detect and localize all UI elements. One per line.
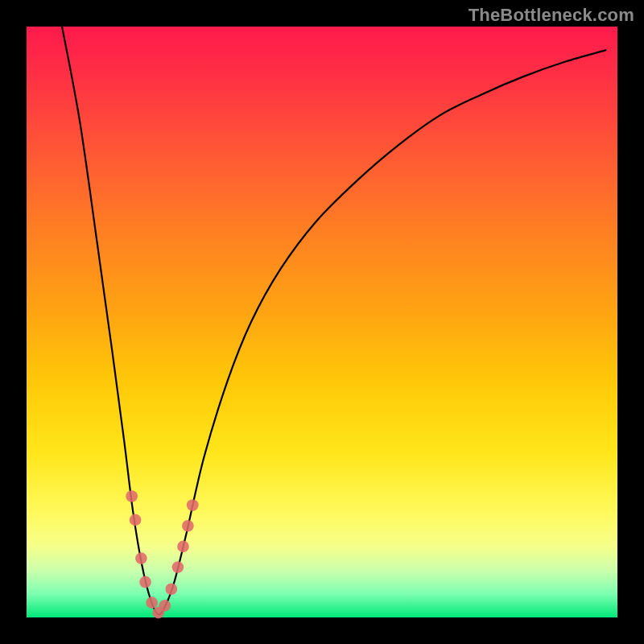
highlight-dot [130,514,142,526]
highlight-dot [165,583,177,595]
bottleneck-curve [62,27,605,615]
curve-layer [27,27,617,617]
highlight-dot [126,490,138,502]
chart-frame: TheBottleneck.com [0,0,644,644]
highlight-dot [182,520,194,532]
highlight-dot [146,597,158,609]
highlight-dot [177,541,189,553]
highlight-dot [139,576,151,588]
highlight-dot [187,499,199,511]
plot-area [27,27,617,617]
highlight-dot [172,561,184,573]
highlight-dots [126,490,198,618]
watermark-text: TheBottleneck.com [469,5,634,26]
highlight-dot [135,552,147,564]
highlight-dot [159,600,171,612]
